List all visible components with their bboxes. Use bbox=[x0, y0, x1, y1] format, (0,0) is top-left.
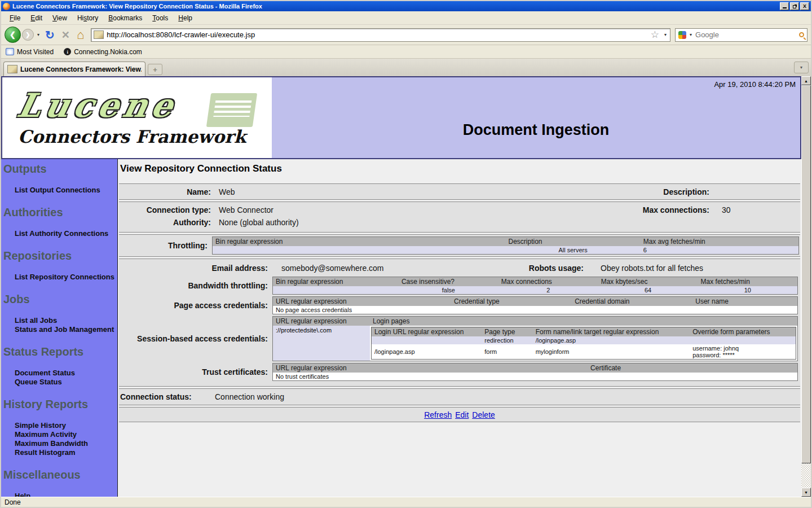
robots-usage-value: Obey robots.txt for all fetches bbox=[588, 264, 798, 273]
menu-bookmarks[interactable]: Bookmarks bbox=[103, 12, 147, 24]
connection-status-label: Connection status: bbox=[119, 392, 215, 401]
sidebar-item-help[interactable]: Help bbox=[15, 492, 117, 497]
login-row-override bbox=[690, 336, 796, 344]
home-button[interactable]: ⌂ bbox=[74, 29, 86, 41]
delete-link[interactable]: Delete bbox=[472, 410, 495, 419]
bookmark-most-visited[interactable]: Most Visited bbox=[6, 48, 54, 56]
login-row-url bbox=[372, 336, 482, 344]
banner: Apr 19, 2010 8:44:20 PM Document Ingesti… bbox=[272, 77, 800, 158]
browser-viewport: Lucene Connectors Framework Apr 19, 2010… bbox=[1, 76, 811, 497]
search-magnifier-icon[interactable] bbox=[799, 32, 804, 37]
max-connections-label: Max connections: bbox=[533, 205, 709, 214]
name-label: Name: bbox=[119, 187, 211, 196]
email-value: somebody@somewhere.com bbox=[272, 264, 523, 273]
login-pages-table: Login URL regular expression Page type F… bbox=[371, 327, 796, 360]
history-dropdown-icon[interactable]: ▾ bbox=[36, 32, 41, 37]
status-bar: Done bbox=[1, 497, 811, 507]
connection-status-row: Connection status: Connection working bbox=[119, 388, 800, 405]
menu-file[interactable]: File bbox=[5, 12, 25, 24]
session-access-label: Session-based access credentials: bbox=[119, 334, 272, 343]
menu-history[interactable]: History bbox=[72, 12, 103, 24]
tab-bar: Lucene Connectors Framework: View... + ▾ bbox=[1, 59, 811, 76]
minimize-button[interactable] bbox=[780, 2, 789, 10]
sidebar-item-maximum-bandwidth[interactable]: Maximum Bandwidth bbox=[15, 439, 117, 448]
sidebar-item-document-status[interactable]: Document Status bbox=[15, 369, 117, 378]
google-logo-icon bbox=[678, 31, 686, 39]
scroll-down-button[interactable]: ▼ bbox=[801, 488, 811, 497]
lucene-logo-book-icon bbox=[206, 93, 257, 127]
sidebar-item-list-all-jobs[interactable]: List all Jobs bbox=[15, 316, 117, 325]
sidebar-item-list-output-connections[interactable]: List Output Connections bbox=[15, 186, 117, 195]
tab-list-button[interactable]: ▾ bbox=[794, 62, 809, 73]
throttling-header-maxavg: Max avg fetches/min bbox=[641, 237, 799, 247]
search-engine-dropdown-icon[interactable]: ▾ bbox=[689, 32, 693, 37]
sidebar-item-list-repository-connections[interactable]: List Repository Connections bbox=[15, 273, 117, 282]
sidebar-section-miscellaneous: Miscellaneous bbox=[3, 468, 117, 481]
sidebar-item-maximum-activity[interactable]: Maximum Activity bbox=[15, 430, 117, 439]
bandwidth-maxconn-value: 2 bbox=[498, 286, 598, 295]
title-bar: Lucene Connectors Framework: View Reposi… bbox=[1, 1, 811, 11]
session-table: URL regular expression Login pages ://pr… bbox=[272, 316, 798, 361]
login-row-form: myloginform bbox=[533, 344, 690, 360]
navigation-toolbar: ❮ ❯ ▾ ↻ ✕ ⌂ ☆ ▾ ▾ bbox=[1, 25, 811, 45]
page-access-header-type: Credential type bbox=[451, 297, 572, 306]
bookmark-dropdown-icon[interactable]: ▾ bbox=[663, 32, 668, 37]
menu-tools[interactable]: Tools bbox=[147, 12, 173, 24]
timestamp: Apr 19, 2010 8:44:20 PM bbox=[714, 80, 796, 89]
menu-view[interactable]: View bbox=[47, 12, 72, 24]
bookmark-star-icon[interactable]: ☆ bbox=[650, 29, 660, 41]
bandwidth-header-bin: Bin regular expression bbox=[273, 277, 399, 287]
sidebar-item-list-authority-connections[interactable]: List Authority Connections bbox=[15, 229, 117, 238]
page-access-header-domain: Credential domain bbox=[572, 297, 692, 306]
tab-favicon-icon bbox=[7, 65, 17, 73]
throttling-header-bin: Bin regular expression bbox=[213, 237, 506, 247]
firefox-icon bbox=[3, 3, 10, 10]
login-row-url: /loginpage.asp bbox=[372, 344, 482, 360]
close-button[interactable]: X bbox=[800, 2, 809, 10]
window-title: Lucene Connectors Framework: View Reposi… bbox=[12, 3, 779, 10]
menu-help[interactable]: Help bbox=[173, 12, 197, 24]
refresh-link[interactable]: Refresh bbox=[424, 410, 452, 419]
login-header-form: Form name/link target regular expression bbox=[533, 327, 690, 337]
stop-button[interactable]: ✕ bbox=[59, 29, 72, 41]
new-tab-button[interactable]: + bbox=[148, 64, 162, 75]
restore-button[interactable] bbox=[790, 2, 799, 10]
back-button[interactable]: ❮ bbox=[5, 27, 21, 43]
bandwidth-case-value: false bbox=[399, 286, 498, 295]
sidebar-item-result-histogram[interactable]: Result Histogram bbox=[15, 448, 117, 457]
sidebar-nav: Outputs List Output Connections Authorit… bbox=[1, 159, 118, 497]
search-bar[interactable]: ▾ bbox=[675, 28, 807, 42]
vertical-scrollbar[interactable]: ▲ ▼ bbox=[801, 76, 811, 497]
login-row-override: username: johnq password: ***** bbox=[690, 344, 796, 360]
login-header-url: Login URL regular expression bbox=[372, 327, 482, 337]
scrollbar-thumb[interactable] bbox=[801, 85, 811, 463]
search-input[interactable] bbox=[695, 30, 797, 39]
session-header-login-pages: Login pages bbox=[370, 317, 797, 326]
bookmark-connecting-nokia[interactable]: i Connecting.Nokia.com bbox=[64, 48, 142, 56]
throttling-header-description: Description bbox=[506, 237, 641, 247]
forward-button[interactable]: ❯ bbox=[22, 29, 34, 41]
connection-type-label: Connection type: bbox=[119, 205, 211, 214]
page-favicon-icon bbox=[94, 30, 104, 39]
sidebar-section-status-reports: Status Reports bbox=[3, 345, 117, 358]
edit-link[interactable]: Edit bbox=[455, 410, 469, 419]
scroll-up-button[interactable]: ▲ bbox=[801, 76, 811, 85]
menu-edit[interactable]: Edit bbox=[25, 12, 47, 24]
throttling-table: Bin regular expression Description Max a… bbox=[212, 237, 799, 255]
bandwidth-header-fetches: Max fetches/min bbox=[698, 277, 798, 287]
page-access-empty-message: No page access credentials bbox=[273, 306, 798, 314]
override-username: username: johnq bbox=[692, 345, 793, 352]
address-bar[interactable]: ☆ ▾ bbox=[91, 28, 670, 42]
reload-button[interactable]: ↻ bbox=[43, 28, 57, 42]
connection-status-value: Connection working bbox=[215, 392, 284, 401]
connection-type-value: Web Connector bbox=[211, 205, 533, 214]
sidebar-item-simple-history[interactable]: Simple History bbox=[15, 421, 117, 430]
tab-label: Lucene Connectors Framework: View... bbox=[20, 65, 142, 73]
browser-window: Lucene Connectors Framework: View Reposi… bbox=[0, 0, 812, 508]
url-input[interactable] bbox=[107, 30, 647, 39]
tab-active[interactable]: Lucene Connectors Framework: View... bbox=[3, 62, 145, 76]
sidebar-section-history-reports: History Reports bbox=[3, 398, 117, 411]
most-visited-icon bbox=[6, 48, 14, 55]
sidebar-item-queue-status[interactable]: Queue Status bbox=[15, 378, 117, 387]
sidebar-item-status-job-management[interactable]: Status and Job Management bbox=[15, 325, 117, 334]
